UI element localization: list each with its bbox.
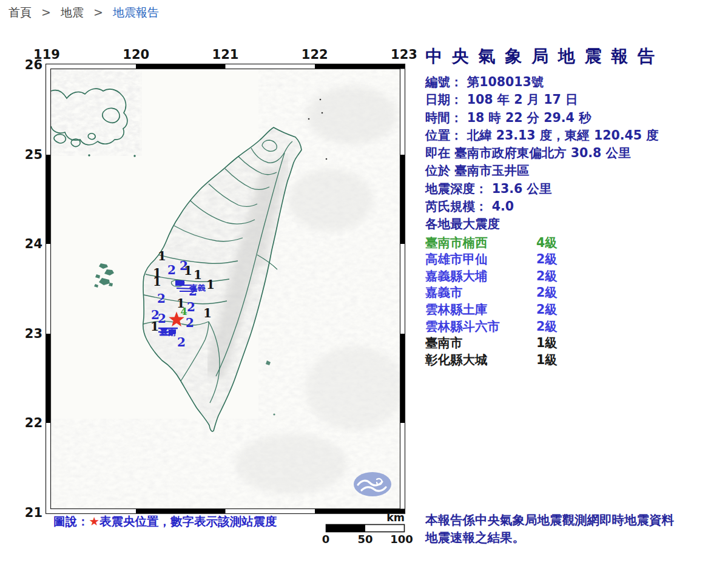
intensity-place: 臺南市楠西 bbox=[425, 235, 536, 252]
intensity-place: 高雄市甲仙 bbox=[425, 251, 536, 268]
report-title: 中 央 氣 象 局 地 震 報 告 bbox=[425, 45, 715, 68]
intensity-place: 彰化縣大城 bbox=[425, 352, 536, 369]
station-intensity-number: 1 bbox=[153, 274, 161, 289]
intensity-row: 臺南市1級 bbox=[425, 335, 715, 352]
map-canvas: 嘉義 臺南 1112211122124122212 bbox=[51, 69, 405, 508]
intensity-place: 嘉義市 bbox=[425, 285, 536, 302]
station-intensity-number: 2 bbox=[158, 311, 166, 326]
station-intensity-number: 1 bbox=[150, 319, 159, 334]
station-intensity-number: 2 bbox=[187, 300, 195, 314]
earthquake-report-page: 首頁 > 地震 > 地震報告 bbox=[0, 0, 728, 574]
station-intensity-number: 2 bbox=[167, 263, 176, 277]
report-line: 地震深度： 13.6 公里 bbox=[425, 180, 715, 198]
intensity-level: 2級 bbox=[536, 319, 558, 334]
scale-unit: km bbox=[386, 512, 405, 524]
intensity-level: 4級 bbox=[536, 235, 558, 250]
map-legend: 圖說：★表震央位置，數字表示該測站震度 bbox=[53, 515, 277, 528]
footnote-line: 地震速報之結果。 bbox=[425, 529, 715, 547]
intensity-place: 臺南市 bbox=[425, 335, 536, 352]
report-line: 日期： 108 年 2 月 17 日 bbox=[425, 91, 715, 109]
report-line: 位置： 北緯 23.13 度，東經 120.45 度 bbox=[425, 127, 715, 144]
station-intensity-number: 1 bbox=[158, 249, 166, 263]
intensity-row: 嘉義縣大埔2級 bbox=[425, 268, 715, 285]
report-line: 編號： 第108013號 bbox=[425, 73, 715, 91]
intensity-level: 1級 bbox=[536, 336, 558, 350]
lon-label: 121 bbox=[212, 47, 239, 62]
report-panel: 中 央 氣 象 局 地 震 報 告 編號： 第108013號日期： 108 年 … bbox=[425, 45, 715, 368]
lat-label: 21 bbox=[25, 505, 42, 520]
lat-label: 25 bbox=[25, 147, 42, 162]
report-line: 即在 臺南市政府東偏北方 30.8 公里 bbox=[425, 144, 715, 162]
intensity-level: 2級 bbox=[536, 252, 558, 266]
station-intensity-number: 1 bbox=[206, 277, 215, 292]
report-line: 各地最大震度 bbox=[425, 215, 715, 233]
station-intensity-number: 2 bbox=[157, 291, 166, 306]
scale-bar: km 0 50 100 bbox=[322, 512, 413, 545]
intensity-table: 臺南市楠西4級高雄市甲仙2級嘉義縣大埔2級嘉義市2級雲林縣土庫2級雲林縣斗六市2… bbox=[425, 235, 715, 369]
intensity-row: 高雄市甲仙2級 bbox=[425, 251, 715, 268]
scale-tick-50: 50 bbox=[357, 533, 372, 545]
intensity-level: 2級 bbox=[536, 269, 558, 283]
report-line: 時間： 18 時 22 分 29.4 秒 bbox=[425, 109, 715, 127]
lat-label: 24 bbox=[25, 237, 42, 251]
station-intensity-number: 1 bbox=[194, 268, 202, 282]
intensity-level: 1級 bbox=[536, 353, 558, 367]
lon-label: 123 bbox=[391, 47, 417, 62]
report-detail-lines: 編號： 第108013號日期： 108 年 2 月 17 日時間： 18 時 2… bbox=[425, 73, 715, 234]
intensity-place: 雲林縣斗六市 bbox=[425, 319, 536, 336]
lat-label: 22 bbox=[25, 416, 42, 430]
intensity-place: 雲林縣土庫 bbox=[425, 302, 536, 319]
lon-label: 120 bbox=[123, 47, 149, 62]
city-label: 臺南 bbox=[160, 328, 176, 337]
intensity-row: 雲林縣斗六市2級 bbox=[425, 319, 715, 336]
lon-label: 122 bbox=[302, 47, 328, 62]
intensity-place: 嘉義縣大埔 bbox=[425, 268, 536, 285]
latitude-axis: 262524232221 bbox=[25, 58, 42, 520]
lat-label: 26 bbox=[25, 58, 42, 72]
intensity-row: 臺南市楠西4級 bbox=[425, 235, 715, 252]
legend-star-icon: ★ bbox=[89, 515, 99, 528]
cwb-logo bbox=[354, 472, 391, 496]
scale-tick-100: 100 bbox=[390, 533, 413, 545]
report-line: 芮氏規模： 4.0 bbox=[425, 198, 715, 215]
report-line: 位於 臺南市玉井區 bbox=[425, 162, 715, 180]
footnote-line: 本報告係中央氣象局地震觀測網即時地震資料 bbox=[425, 512, 715, 529]
intensity-level: 2級 bbox=[536, 302, 558, 317]
intensity-row: 嘉義市2級 bbox=[425, 285, 715, 302]
report-footnote: 本報告係中央氣象局地震觀測網即時地震資料 地震速報之結果。 bbox=[425, 512, 715, 546]
scale-tick-0: 0 bbox=[322, 533, 330, 545]
station-intensity-number: 1 bbox=[184, 263, 192, 278]
station-intensity-number: 2 bbox=[189, 284, 197, 299]
station-intensity-number: 2 bbox=[186, 316, 194, 330]
intensity-row: 雲林縣土庫2級 bbox=[425, 302, 715, 319]
station-intensity-number: 1 bbox=[203, 306, 212, 320]
station-intensity-number: 2 bbox=[177, 335, 186, 349]
longitude-axis: 119120121122123 bbox=[33, 47, 417, 62]
intensity-level: 2級 bbox=[536, 285, 558, 300]
intensity-row: 彰化縣大城1級 bbox=[425, 352, 715, 369]
lat-label: 23 bbox=[25, 326, 42, 341]
earthquake-map: 嘉義 臺南 1112211122124122212 119120121122 bbox=[0, 0, 425, 574]
